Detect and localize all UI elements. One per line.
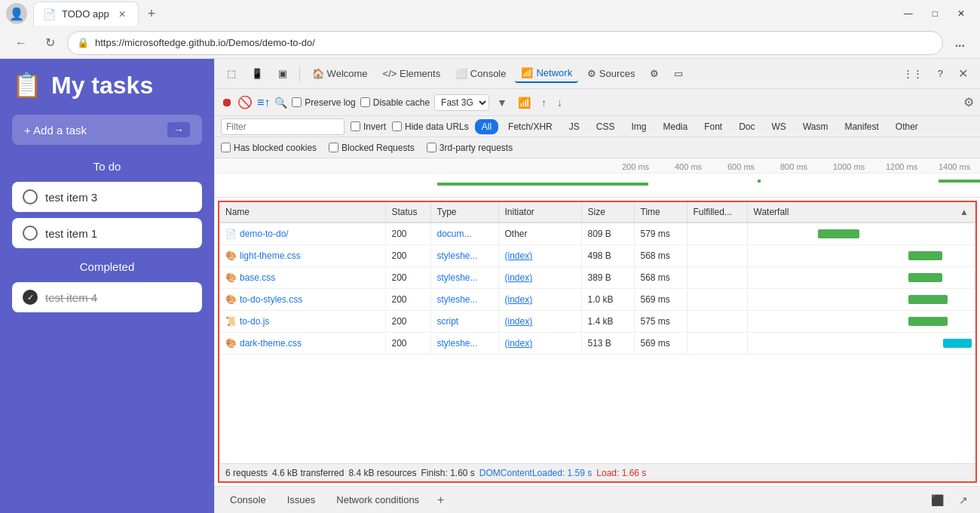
tab-elements[interactable]: </> Elements [377, 65, 447, 82]
network-settings-button[interactable]: ⚙ [963, 95, 974, 109]
filter-icon-button[interactable]: ≡↑ [257, 96, 270, 109]
filter-tag-css[interactable]: CSS [590, 119, 622, 134]
dock-bottom-button[interactable]: ⬛ [925, 491, 950, 509]
col-header-initiator[interactable]: Initiator [498, 202, 581, 223]
file-name[interactable]: to-do-styles.css [240, 294, 302, 305]
tab-welcome[interactable]: 🏠 Welcome [306, 65, 374, 82]
table-row[interactable]: 🎨light-theme.css 200 styleshe... (index)… [219, 245, 975, 267]
disable-cache-checkbox[interactable]: Disable cache [360, 97, 430, 108]
invert-checkbox[interactable]: Invert [351, 121, 386, 132]
col-header-size[interactable]: Size [581, 202, 634, 223]
filter-tag-wasm[interactable]: Wasm [796, 119, 835, 134]
tab-layout-toggle[interactable]: ▭ [668, 65, 689, 82]
close-button[interactable]: ✕ [948, 4, 974, 23]
filter-tag-doc[interactable]: Doc [732, 119, 761, 134]
new-tab-button[interactable]: + [142, 2, 162, 26]
col-header-waterfall[interactable]: Waterfall ▲ [747, 202, 975, 223]
tab-sources[interactable]: ⚙ Sources [581, 65, 641, 82]
table-row[interactable]: 🎨base.css 200 styleshe... (index) 389 B … [219, 267, 975, 289]
filter-tag-other[interactable]: Other [889, 119, 925, 134]
filter-input[interactable] [221, 118, 345, 135]
file-name[interactable]: dark-theme.css [240, 338, 302, 349]
initiator-link[interactable]: (index) [505, 272, 533, 283]
invert-input[interactable] [351, 121, 360, 131]
filter-tag-xhr[interactable]: Fetch/XHR [501, 119, 559, 134]
online-icon-button[interactable]: 📶 [515, 94, 534, 112]
bottom-tab-issues[interactable]: Issues [278, 490, 325, 510]
col-header-status[interactable]: Status [385, 202, 430, 223]
undock-button[interactable]: ↗ [953, 491, 974, 509]
throttle-select[interactable]: Fast 3G [434, 94, 489, 111]
initiator-link[interactable]: (index) [505, 294, 533, 305]
table-row[interactable]: 🎨to-do-styles.css 200 styleshe... (index… [219, 289, 975, 311]
bottom-tab-network-conditions[interactable]: Network conditions [327, 490, 428, 510]
active-tab[interactable]: 📄 TODO app ✕ [33, 2, 139, 26]
profile-avatar[interactable]: 👤 [6, 3, 27, 24]
col-header-time[interactable]: Time [634, 202, 687, 223]
download-icon-button[interactable]: ↓ [554, 94, 565, 112]
hide-data-urls-input[interactable] [392, 121, 402, 131]
filter-tag-ws[interactable]: WS [765, 119, 793, 134]
blocked-requests-checkbox[interactable]: Blocked Requests [329, 143, 415, 153]
table-row[interactable]: 🎨dark-theme.css 200 styleshe... (index) … [219, 333, 975, 355]
task-checkbox[interactable] [23, 189, 38, 204]
add-task-button[interactable]: + Add a task → [12, 115, 202, 145]
devtools-close-button[interactable]: ✕ [952, 63, 974, 84]
disable-cache-input[interactable] [360, 97, 370, 107]
task-item[interactable]: test item 1 [12, 218, 202, 248]
filter-tag-manifest[interactable]: Manifest [838, 119, 885, 134]
bottom-tab-console[interactable]: Console [221, 490, 275, 510]
file-name[interactable]: light-theme.css [240, 250, 301, 261]
filter-tag-js[interactable]: JS [562, 119, 586, 134]
third-party-input[interactable] [427, 143, 436, 152]
url-bar[interactable]: 🔒 https://microsoftedge.github.io/Demos/… [67, 31, 943, 55]
table-row[interactable]: 📜to-do.js 200 script (index) 1.4 kB 575 … [219, 311, 975, 333]
col-header-type[interactable]: Type [430, 202, 498, 223]
tab-network[interactable]: 📶 Network [515, 64, 578, 83]
filter-tag-all[interactable]: All [475, 119, 498, 134]
tab-console[interactable]: ⬜ Console [449, 65, 512, 82]
search-button[interactable]: 🔍 [274, 97, 287, 109]
hide-data-urls-checkbox[interactable]: Hide data URLs [392, 121, 469, 132]
refresh-button[interactable]: ↻ [39, 31, 61, 54]
tab-close-button[interactable]: ✕ [115, 8, 129, 21]
filter-tag-font[interactable]: Font [697, 119, 729, 134]
task-item[interactable]: test item 3 [12, 182, 202, 212]
blocked-cookies-input[interactable] [221, 143, 231, 152]
preserve-log-checkbox[interactable]: Preserve log [292, 97, 355, 108]
file-name[interactable]: to-do.js [240, 316, 269, 327]
clear-button[interactable]: 🚫 [237, 95, 253, 109]
network-table-container[interactable]: Name Status Type Initiator Size Time Ful… [219, 202, 975, 463]
blocked-requests-input[interactable] [329, 143, 338, 152]
initiator-link[interactable]: (index) [505, 250, 533, 261]
task-item-completed[interactable]: ✓ test item 4 [12, 282, 202, 312]
devtools-device-button[interactable]: 📱 [245, 65, 269, 82]
maximize-button[interactable]: □ [923, 4, 947, 23]
initiator-link[interactable]: (index) [505, 316, 533, 327]
upload-icon-button[interactable]: ↑ [538, 94, 550, 112]
blocked-cookies-checkbox[interactable]: Has blocked cookies [221, 143, 317, 153]
filter-tag-img[interactable]: Img [624, 119, 653, 134]
tab-settings-gear[interactable]: ⚙ [644, 65, 665, 82]
file-name[interactable]: base.css [240, 272, 275, 283]
filter-tag-media[interactable]: Media [656, 119, 694, 134]
devtools-help-button[interactable]: ? [932, 65, 949, 82]
file-name[interactable]: demo-to-do/ [240, 229, 289, 239]
devtools-more-button[interactable]: ⋮⋮ [897, 65, 929, 82]
task-checkbox[interactable] [23, 226, 38, 241]
devtools-sidebar-button[interactable]: ▣ [272, 65, 293, 82]
preserve-log-input[interactable] [292, 97, 302, 107]
col-header-fulfilled[interactable]: Fulfilled... [687, 202, 747, 223]
back-button[interactable]: ← [9, 32, 33, 54]
throttle-dropdown-arrow[interactable]: ▼ [494, 94, 510, 112]
record-button[interactable]: ⏺ [221, 96, 233, 109]
task-checkbox-checked[interactable]: ✓ [23, 290, 38, 305]
table-row[interactable]: 📄demo-to-do/ 200 docum... Other 809 B 57… [219, 223, 975, 245]
devtools-inspect-button[interactable]: ⬚ [221, 65, 242, 82]
col-header-name[interactable]: Name [219, 202, 385, 223]
minimize-button[interactable]: — [895, 4, 922, 23]
initiator-link[interactable]: (index) [505, 338, 533, 349]
browser-more-button[interactable]: ... [949, 32, 971, 54]
third-party-checkbox[interactable]: 3rd-party requests [427, 143, 513, 153]
bottom-add-tab-button[interactable]: + [431, 490, 450, 510]
